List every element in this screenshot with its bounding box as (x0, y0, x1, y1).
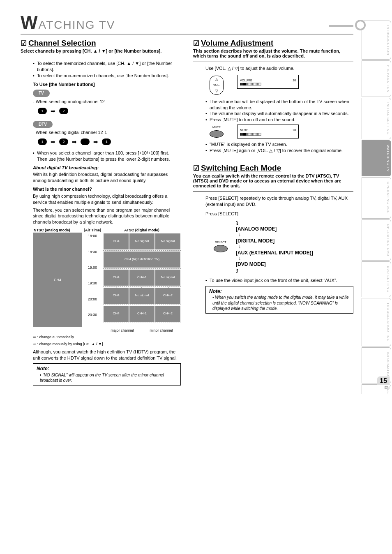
cell-hdtv: CH4 (high definition TV) (104, 252, 180, 268)
bullet-nonmemorized: •To select the non-memorized channels, u… (33, 73, 181, 79)
time-1900: 19:00 (82, 264, 103, 280)
bullet-text: Press [MUTE] to turn off and on the soun… (210, 117, 295, 123)
bullet-text: Press [MUTE] again or [VOL. △ / ▽] to re… (210, 148, 343, 154)
section-volume-adjustment: ☑Volume Adjustment (193, 39, 353, 48)
airtime-header: [Air Time] (82, 228, 103, 233)
vol-label: VOL. (210, 83, 223, 87)
use-number-buttons-title: To Use [the Number buttons] (33, 81, 181, 88)
vol-bar-icon: ▮▮▮▮▮▯▯▯▯▯▯▯▯▯▯▯▯ (240, 82, 296, 87)
number-button-1: 1 (38, 138, 47, 145)
about-digital-title: About digital TV broadcasting: (33, 165, 181, 171)
cell-r3-c3: No signal (155, 270, 180, 286)
bullet-text: When you select a channel larger than 10… (37, 150, 169, 156)
schedule-diagram: NTSC (analog mode) [Air Time] ATSC (digi… (33, 228, 181, 346)
page-number-box: 15 EN (377, 377, 390, 390)
minor-channel-title: What is the minor channel? (33, 186, 181, 192)
title-decor-circle-icon (355, 20, 366, 30)
over100-line1: •When you select a channel larger than 1… (33, 150, 181, 156)
analog-button-sequence: 1 ➡ 2 (38, 107, 181, 115)
ntsc-header: NTSC (analog mode) (33, 228, 82, 233)
time-1830: 18:30 (82, 249, 103, 264)
check-icon: ☑ (193, 39, 199, 47)
page-number: 15 (377, 376, 390, 385)
mute-osd: MUTE20 ▮▮▮▮▮▯▯▯▯▯▯▯▯▯▯▯▯ (237, 125, 299, 138)
section-intro: Select channels by pressing [CH. ▲ / ▼] … (21, 48, 181, 53)
major-channel-label: major channel (103, 328, 142, 333)
arrow-down-icon: ⤵ (236, 220, 313, 226)
side-tab-preparation[interactable]: PREPARATION (362, 60, 391, 97)
section-title: Switching Each Mode (201, 164, 281, 172)
number-button-2: 2 (59, 138, 68, 145)
arrow-right-icon: ➡ (51, 138, 55, 146)
time-1800: 18:00 (82, 233, 103, 248)
switch-press1: Press [SELECT] repeatedly to cycle throu… (205, 195, 353, 208)
legend-manual-text: : change manually by using [CH. ▲ / ▼] (37, 342, 103, 346)
cell-r1-c3: No signal (155, 233, 180, 249)
arrow-right-icon: ➡ (93, 138, 98, 146)
time-2000: 20:00 (82, 296, 103, 312)
bullet-text: The volume bar display will automaticall… (210, 111, 349, 117)
section-intro: This section describes how to adjust the… (193, 48, 353, 58)
tv-pill: TV (33, 90, 50, 97)
cell-r1-c1: CH4 (104, 233, 129, 249)
vol-osd-value: 20 (293, 78, 296, 82)
arrow-down-icon: ↓ (238, 244, 313, 249)
number-button-dash: – (81, 138, 90, 145)
section-title: Volume Adjustment (201, 39, 273, 47)
side-tab-operating-dvd[interactable]: OPERATING DVD (362, 219, 391, 261)
atsc-grid: CH4 No signal No signal CH4 (high defini… (103, 233, 181, 327)
number-button-1b: 1 (102, 138, 111, 145)
legend-auto: ➡ : change automatically (33, 335, 181, 339)
hdtv-note: Although, you cannot watch the high defi… (33, 349, 181, 361)
cell-r1-c2: No signal (129, 233, 154, 249)
section-channel-selection: ☑Channel Selection (21, 39, 181, 48)
side-tab-initial-setting[interactable]: INITIAL SETTING (362, 98, 391, 139)
time-1930: 19:30 (82, 280, 103, 295)
side-tab-watching-tv[interactable]: WATCHING TV (362, 140, 391, 176)
divider (193, 192, 353, 192)
digital-example-label: - When selecting digital channel 12-1 (33, 129, 181, 136)
mode-analog: [ANALOG MODE] (236, 226, 313, 232)
mute-bullet-2: •Press [MUTE] again or [VOL. △ / ▽] to r… (205, 148, 353, 154)
note-title: Note: (209, 288, 350, 295)
mode-aux: [AUX (EXTERNAL INPUT MODE)] (236, 250, 313, 256)
mute-bar-icon: ▮▮▮▮▮▯▯▯▯▯▯▯▯▯▯▯▯ (240, 132, 296, 137)
mute-bullet-1: •“MUTE” is displayed on the TV screen. (205, 141, 353, 148)
bullet-memorized: •To select the memorized channels, use [… (33, 60, 181, 73)
cell-r5-c1: CH4 (104, 306, 129, 322)
note-text-content: “NO SIGNAL” will appear on the TV screen… (40, 373, 164, 383)
select-button-icon: SELECT (214, 240, 228, 254)
bullet-text: “MUTE” is displayed on the TV screen. (210, 141, 287, 148)
note-text: • When you switch the analog mode to the… (209, 295, 350, 312)
loop-back-icon: ⤴ (236, 268, 313, 274)
cell-r5-c2: CH4-1 (129, 306, 154, 322)
legend-auto-text: : change automatically (37, 335, 74, 339)
cell-r4-c1: CH4 (104, 288, 129, 304)
vol-bullet-2: •The volume bar display will automatical… (205, 111, 353, 117)
side-tab-introduction[interactable]: INTRODUCTION (362, 21, 391, 60)
side-tab-dvd-setting[interactable]: DVD SETTING (362, 261, 391, 297)
cell-r3-c2: CH4-1 (129, 270, 154, 286)
minor-channel-label: minor channel (142, 328, 181, 333)
cell-r5-c3: CH4-2 (155, 306, 180, 322)
side-tab-operating-vcr[interactable]: OPERATING VCR (362, 177, 391, 219)
note-text-content: When you switch the analog mode to the d… (212, 295, 348, 311)
mode-dvd: [DVD MODE] (236, 261, 313, 267)
mute-label: MUTE (210, 125, 224, 129)
time-2030: 20:30 (82, 312, 103, 327)
switch-bullet: •To use the video input jack on the fron… (205, 277, 353, 284)
mode-digital: [DIGITAL MODE] (236, 238, 313, 244)
divider (193, 62, 353, 62)
mode-list: ⤵ [ANALOG MODE] ↓ [DIGITAL MODE] ↓ [AUX … (236, 220, 313, 275)
page-title-area: WATCHING TV (21, 12, 353, 35)
divider (21, 57, 181, 57)
select-label: SELECT (214, 240, 228, 244)
mute-diagram: MUTE MUTE20 ▮▮▮▮▮▯▯▯▯▯▯▯▯▯▯▯▯ (205, 123, 353, 141)
mute-osd-value: 20 (293, 128, 296, 132)
check-icon: ☑ (21, 39, 27, 47)
side-tab-troubleshooting[interactable]: TROUBLESHOOTING (362, 298, 391, 346)
vol-diagram: VOL. VOLUME20 ▮▮▮▮▮▯▯▯▯▯▯▯▯▯▯▯▯ (205, 73, 353, 99)
vol-use-text: Use [VOL. △ / ▽] to adjust the audio vol… (205, 65, 353, 72)
digital-button-sequence: 1 ➡ 2 ➡ – ➡ 1 (38, 138, 181, 146)
page-lang: EN (377, 385, 390, 390)
